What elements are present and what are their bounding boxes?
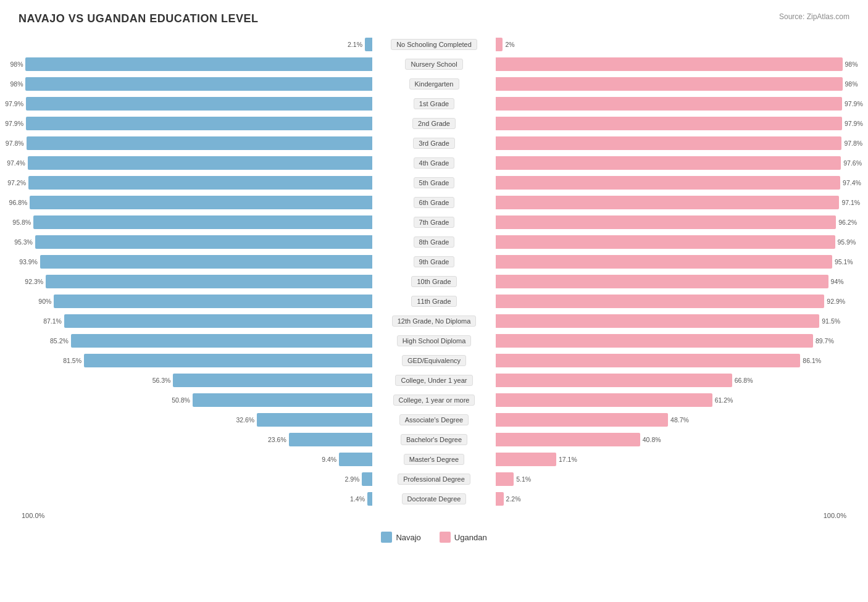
- bar-row: 2.9%Professional Degree5.1%: [19, 469, 849, 489]
- left-side: 81.5%: [19, 352, 372, 369]
- center-label: 11th Grade: [411, 296, 456, 307]
- bar-row: 98%Nursery School98%: [19, 54, 849, 74]
- navajo-legend-label: Navajo: [396, 533, 420, 542]
- bottom-labels: 100.0% 100.0%: [19, 512, 849, 519]
- right-side: 89.7%: [496, 332, 849, 349]
- row-inner: 50.8%College, 1 year or more61.2%: [19, 390, 849, 410]
- center-label: 10th Grade: [411, 276, 456, 287]
- pink-bar: 89.7%: [496, 334, 813, 348]
- center-label: 2nd Grade: [412, 118, 456, 129]
- center-label-area: 7th Grade: [372, 217, 496, 228]
- bar-value-right: 95.9%: [838, 238, 856, 246]
- row-inner: 97.9%2nd Grade97.9%: [19, 114, 849, 133]
- bar-value-right: 97.8%: [844, 140, 862, 147]
- pink-bar: 97.4%: [496, 176, 840, 190]
- right-side: 98%: [496, 56, 849, 73]
- row-inner: 95.8%7th Grade96.2%: [19, 212, 849, 232]
- center-label: GED/Equivalency: [402, 355, 466, 366]
- bar-value-right: 97.9%: [845, 120, 863, 127]
- bars-area: 2.1%No Schooling Completed2%98%Nursery S…: [19, 35, 849, 509]
- left-side: 9.4%: [19, 451, 372, 468]
- center-label: College, 1 year or more: [393, 395, 475, 406]
- center-label: No Schooling Completed: [391, 39, 477, 50]
- right-side: 66.8%: [496, 372, 849, 389]
- center-label-area: Kindergarten: [372, 78, 496, 90]
- pink-bar: 97.9%: [496, 117, 842, 130]
- bar-row: 9.4%Master's Degree17.1%: [19, 449, 849, 469]
- bar-row: 96.8%6th Grade97.1%: [19, 193, 849, 212]
- bar-value-left: 90%: [38, 298, 51, 305]
- bar-value-right: 5.1%: [516, 475, 531, 483]
- row-inner: 93.9%9th Grade95.1%: [19, 252, 849, 272]
- center-label: 5th Grade: [414, 177, 455, 188]
- chart-title: NAVAJO VS UGANDAN EDUCATION LEVEL: [19, 12, 849, 25]
- left-side: 23.6%: [19, 431, 372, 448]
- bar-value-right: 96.2%: [838, 219, 857, 226]
- source-label: Source: ZipAtlas.com: [779, 12, 849, 21]
- row-inner: 98%Kindergarten98%: [19, 74, 849, 94]
- right-side: 86.1%: [496, 352, 849, 369]
- blue-bar: 2.1%: [365, 38, 372, 51]
- bar-value-left: 92.3%: [25, 278, 43, 285]
- center-label-area: 4th Grade: [372, 157, 496, 169]
- blue-bar: 81.5%: [84, 354, 372, 367]
- center-label: Nursery School: [405, 59, 462, 70]
- left-side: 98%: [19, 75, 372, 93]
- center-label-area: Nursery School: [372, 59, 496, 70]
- center-label: Bachelor's Degree: [401, 434, 467, 445]
- center-label: Kindergarten: [409, 78, 459, 90]
- center-label: 8th Grade: [414, 236, 455, 248]
- blue-bar: 95.8%: [33, 215, 372, 229]
- center-label-area: No Schooling Completed: [372, 39, 496, 50]
- bar-row: 97.9%1st Grade97.9%: [19, 94, 849, 114]
- blue-bar: 2.9%: [362, 472, 372, 486]
- left-side: 96.8%: [19, 194, 372, 211]
- row-inner: 98%Nursery School98%: [19, 54, 849, 74]
- bar-value-left: 32.6%: [236, 416, 254, 424]
- left-side: 97.9%: [19, 115, 372, 132]
- legend-ugandan: Ugandan: [440, 532, 487, 543]
- bar-value-right: 97.9%: [845, 100, 863, 107]
- pink-bar: 94%: [496, 275, 828, 288]
- bar-value-right: 61.2%: [715, 396, 733, 404]
- pink-bar: 48.7%: [496, 413, 668, 427]
- center-label-area: 10th Grade: [372, 276, 496, 287]
- right-side: 91.5%: [496, 312, 849, 330]
- right-side: 97.9%: [496, 95, 849, 112]
- right-side: 48.7%: [496, 411, 849, 429]
- right-side: 17.1%: [496, 451, 849, 468]
- bar-value-right: 48.7%: [670, 416, 689, 424]
- center-label-area: Master's Degree: [372, 454, 496, 465]
- bar-row: 93.9%9th Grade95.1%: [19, 252, 849, 272]
- left-side: 85.2%: [19, 332, 372, 349]
- bar-value-right: 95.1%: [835, 258, 853, 265]
- center-label-area: Associate's Degree: [372, 414, 496, 425]
- bar-value-right: 17.1%: [559, 456, 577, 463]
- center-label-area: 6th Grade: [372, 197, 496, 208]
- left-side: 2.1%: [19, 36, 372, 53]
- bar-value-right: 98%: [845, 80, 858, 88]
- blue-bar: 95.3%: [35, 235, 372, 249]
- row-inner: 95.3%8th Grade95.9%: [19, 232, 849, 252]
- blue-bar: 85.2%: [71, 334, 372, 348]
- bar-row: 95.3%8th Grade95.9%: [19, 232, 849, 252]
- row-inner: 97.4%4th Grade97.6%: [19, 153, 849, 173]
- blue-bar: 23.6%: [289, 433, 372, 446]
- right-side: 94%: [496, 273, 849, 290]
- pink-bar: 95.1%: [496, 255, 832, 269]
- chart-container: NAVAJO VS UGANDAN EDUCATION LEVEL Source…: [0, 0, 868, 580]
- row-inner: 9.4%Master's Degree17.1%: [19, 449, 849, 469]
- blue-bar: 32.6%: [257, 413, 372, 427]
- bar-value-right: 97.4%: [843, 179, 861, 186]
- bar-value-right: 91.5%: [822, 317, 840, 325]
- row-inner: 32.6%Associate's Degree48.7%: [19, 410, 849, 430]
- bar-row: 81.5%GED/Equivalency86.1%: [19, 351, 849, 370]
- center-label: 4th Grade: [414, 157, 455, 169]
- center-label-area: High School Diploma: [372, 335, 496, 346]
- pink-bar: 91.5%: [496, 314, 819, 328]
- ugandan-legend-label: Ugandan: [454, 533, 487, 542]
- center-label: 3rd Grade: [413, 138, 455, 149]
- blue-bar: 97.4%: [28, 156, 372, 170]
- bar-row: 1.4%Doctorate Degree2.2%: [19, 489, 849, 509]
- center-label: Associate's Degree: [399, 414, 469, 425]
